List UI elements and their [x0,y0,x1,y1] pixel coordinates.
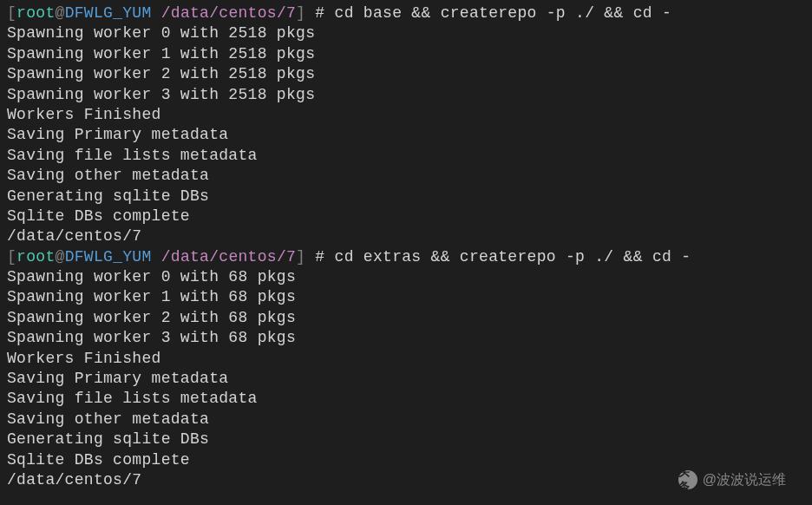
output-line: Saving file lists metadata [7,146,805,166]
output-line: Spawning worker 3 with 2518 pkgs [7,85,805,105]
prompt-path: /data/centos/7 [161,248,296,266]
output-line: /data/centos/7 [7,226,805,246]
output-line: Generating sqlite DBs [7,430,805,449]
output-line: Sqlite DBs complete [7,207,805,226]
bracket-open: [ [7,4,16,22]
terminal-output[interactable]: [root@DFWLG_YUM /data/centos/7] # cd bas… [7,3,805,490]
watermark-text: @波波说运维 [703,471,786,489]
output-line: Spawning worker 0 with 68 pkgs [7,267,805,287]
toutiao-icon: 头条 [678,470,697,489]
output-line: Spawning worker 2 with 68 pkgs [7,308,805,328]
output-line: Spawning worker 1 with 2518 pkgs [7,44,805,64]
output-line: Saving other metadata [7,410,805,430]
bracket-close: ] [296,248,305,266]
output-line: Spawning worker 2 with 2518 pkgs [7,64,805,84]
prompt-path: /data/centos/7 [161,4,296,22]
prompt-line: [root@DFWLG_YUM /data/centos/7] # cd ext… [7,247,805,267]
prompt-user: root [16,4,55,22]
output-line: Spawning worker 3 with 68 pkgs [7,328,805,348]
prompt-line: [root@DFWLG_YUM /data/centos/7] # cd bas… [7,3,805,23]
bracket-close: ] [296,4,305,22]
output-line: Saving other metadata [7,166,805,186]
output-line: Saving Primary metadata [7,369,805,389]
prompt-space [152,248,161,266]
prompt-host: DFWLG_YUM [65,4,152,22]
output-line: Workers Finished [7,349,805,369]
output-line: Saving Primary metadata [7,125,805,145]
prompt-user: root [16,248,55,266]
output-line: Spawning worker 1 with 68 pkgs [7,287,805,307]
prompt-space [152,4,161,22]
output-line: Generating sqlite DBs [7,187,805,207]
bracket-open: [ [7,248,16,266]
prompt-at: @ [56,4,65,22]
command-text: # cd base && createrepo -p ./ && cd - [305,4,671,22]
output-line: Saving file lists metadata [7,389,805,409]
prompt-at: @ [56,248,65,266]
output-line: Spawning worker 0 with 2518 pkgs [7,23,805,43]
prompt-host: DFWLG_YUM [65,248,152,266]
output-line: Workers Finished [7,105,805,125]
command-text: # cd extras && createrepo -p ./ && cd - [305,248,691,266]
watermark: 头条 @波波说运维 [678,470,786,489]
